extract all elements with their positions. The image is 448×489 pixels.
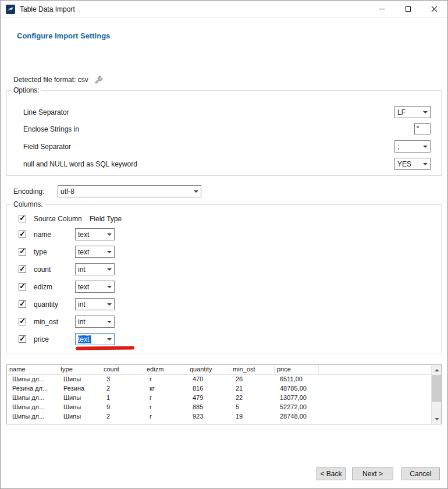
options-group: Options: Line Separator LF Enclose Strin…	[6, 90, 442, 176]
next-button[interactable]: Next >	[352, 467, 393, 480]
page-title: Configure Import Settings	[17, 31, 110, 40]
detected-format-row: Detected file format: csv	[13, 75, 103, 85]
column-name-label: price	[34, 335, 75, 343]
field-type-select-edizm[interactable]: text	[75, 281, 115, 293]
encoding-label: Encoding:	[13, 187, 44, 196]
chevron-down-icon	[105, 229, 114, 240]
table-cell	[319, 375, 431, 384]
column-row-edizm: edizm text	[19, 281, 115, 293]
column-name-label: edizm	[34, 283, 75, 291]
table-data-import-window: Table Data Import Configure Import Setti…	[0, 0, 448, 489]
field-type-select-price[interactable]: text	[75, 333, 115, 345]
field-separator-select[interactable]: ;	[394, 140, 431, 153]
field-type-value: int	[78, 265, 86, 274]
options-group-label: Options:	[12, 86, 41, 94]
table-cell: 816	[187, 384, 230, 394]
preview-header-cell: edizm	[144, 365, 187, 374]
chevron-down-icon	[421, 107, 430, 118]
table-cell: 479	[187, 394, 230, 403]
table-row[interactable]: Шипы дл... Шипы 9 г 885 5 52272,00	[7, 403, 431, 412]
table-row[interactable]: Шипы дл... Шипы 3 г 470 26 6511,00	[7, 375, 431, 384]
table-cell: 21	[230, 384, 275, 394]
line-separator-select[interactable]: LF	[394, 106, 431, 118]
table-cell: Шипы дл...	[7, 394, 58, 403]
preview-header-cell: min_ost	[230, 365, 275, 374]
line-separator-label: Line Separator	[23, 108, 394, 116]
window-title: Table Data Import	[20, 5, 75, 13]
table-cell: г	[144, 394, 187, 403]
preview-scrollbar[interactable]	[431, 365, 441, 424]
table-cell: 2	[101, 384, 144, 394]
column-checkbox-price[interactable]	[19, 335, 26, 343]
table-cell: Шипы	[58, 412, 101, 421]
field-type-select-min-ost[interactable]: int	[75, 316, 115, 328]
chevron-down-icon	[105, 316, 114, 327]
scroll-up-button[interactable]	[432, 365, 442, 375]
table-cell: 52272,00	[275, 403, 319, 412]
app-icon	[6, 5, 15, 14]
table-row[interactable]: Шипы дл... Шипы 2 г 923 19 28748,00	[7, 412, 431, 421]
scrollbar-thumb[interactable]	[432, 375, 442, 402]
select-all-columns-checkbox[interactable]	[19, 215, 26, 222]
table-cell: 48785,00	[275, 384, 319, 394]
cancel-button[interactable]: Cancel	[401, 467, 440, 480]
chevron-down-icon	[191, 186, 201, 197]
table-row[interactable]: Резина дл... Резина 2 кг 816 21 48785,00	[7, 384, 431, 394]
chevron-down-icon	[105, 246, 114, 257]
chevron-down-icon	[421, 158, 430, 169]
encoding-value: utf-8	[61, 187, 74, 196]
field-type-select-type[interactable]: text	[75, 246, 115, 258]
column-checkbox-quantity[interactable]	[19, 300, 26, 308]
field-type-value: int	[78, 318, 86, 326]
field-separator-row: Field Separator ;	[23, 140, 431, 153]
column-checkbox-edizm[interactable]	[19, 283, 26, 290]
null-keyword-select[interactable]: YES	[394, 158, 431, 170]
back-button[interactable]: < Back	[317, 467, 346, 480]
chevron-down-icon	[421, 141, 430, 152]
field-separator-value: ;	[397, 143, 399, 151]
table-cell: Шипы дл...	[7, 412, 58, 421]
table-cell: 13077,00	[275, 394, 319, 403]
maximize-button[interactable]	[395, 1, 421, 17]
column-checkbox-type[interactable]	[19, 248, 26, 256]
column-checkbox-name[interactable]	[19, 231, 26, 238]
enclose-strings-input[interactable]	[414, 123, 431, 134]
table-cell	[319, 412, 431, 421]
column-checkbox-min-ost[interactable]	[19, 318, 26, 325]
chevron-down-icon	[105, 334, 114, 345]
field-type-select-name[interactable]: text	[75, 228, 115, 240]
table-cell	[319, 403, 431, 412]
enclose-strings-row: Enclose Strings in	[23, 123, 431, 135]
column-row-price: price text	[19, 333, 115, 345]
field-type-select-quantity[interactable]: int	[75, 298, 115, 310]
columns-header-row: Source Column Field Type	[19, 212, 122, 225]
table-cell: 3	[101, 375, 144, 384]
column-row-min-ost: min_ost int	[19, 316, 115, 328]
encoding-select[interactable]: utf-8	[58, 185, 201, 197]
scroll-down-button[interactable]	[432, 414, 442, 424]
table-cell: 22	[230, 394, 275, 403]
table-cell: Резина дл...	[7, 384, 58, 394]
column-row-quantity: quantity int	[19, 298, 115, 310]
enclose-strings-label: Enclose Strings in	[23, 125, 414, 133]
wrench-icon[interactable]	[94, 76, 103, 84]
table-cell: кг	[144, 384, 187, 394]
chevron-down-icon	[105, 264, 114, 275]
columns-group: Columns: Source Column Field Type name t…	[6, 204, 442, 353]
field-type-value: text	[78, 335, 91, 343]
maximize-icon	[406, 6, 411, 12]
field-type-value: int	[78, 300, 86, 309]
field-type-select-count[interactable]: int	[75, 263, 115, 275]
table-row[interactable]: Шипы дл... Шипы 1 г 479 22 13077,00	[7, 394, 431, 403]
minimize-button[interactable]	[369, 1, 395, 17]
column-checkbox-count[interactable]	[19, 265, 26, 273]
table-cell: 19	[230, 412, 275, 421]
close-button[interactable]	[421, 1, 447, 17]
preview-header-filler	[319, 365, 431, 374]
table-cell	[319, 384, 431, 394]
table-cell: г	[144, 412, 187, 421]
null-keyword-row: null and NULL word as SQL keyword YES	[23, 158, 431, 170]
preview-header-cell: count	[101, 365, 144, 374]
column-name-label: name	[34, 231, 75, 239]
field-separator-label: Field Separator	[23, 143, 394, 151]
